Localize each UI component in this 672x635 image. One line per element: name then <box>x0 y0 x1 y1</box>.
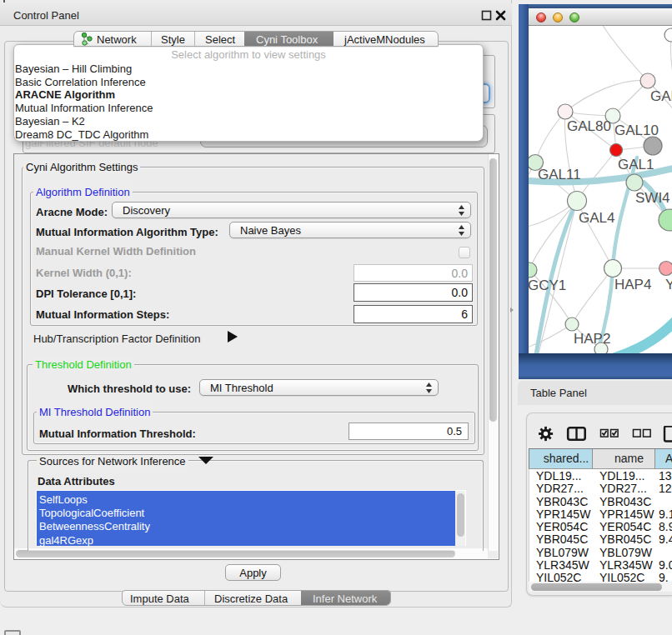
svg-text:SWI4: SWI4 <box>635 190 670 206</box>
svg-text:GAL10: GAL10 <box>614 122 659 138</box>
svg-text:GCY1: GCY1 <box>529 278 566 293</box>
svg-text:GAL1: GAL1 <box>618 157 654 172</box>
svg-text:HAP4: HAP4 <box>614 277 651 292</box>
svg-text:HAP2: HAP2 <box>574 331 610 347</box>
svg-text:GAL11: GAL11 <box>538 167 581 182</box>
svg-text:Y: Y <box>665 277 672 292</box>
svg-text:GAL80: GAL80 <box>567 118 611 134</box>
svg-text:GAL4: GAL4 <box>579 210 614 226</box>
svg-text:GAL7: GAL7 <box>650 88 672 104</box>
